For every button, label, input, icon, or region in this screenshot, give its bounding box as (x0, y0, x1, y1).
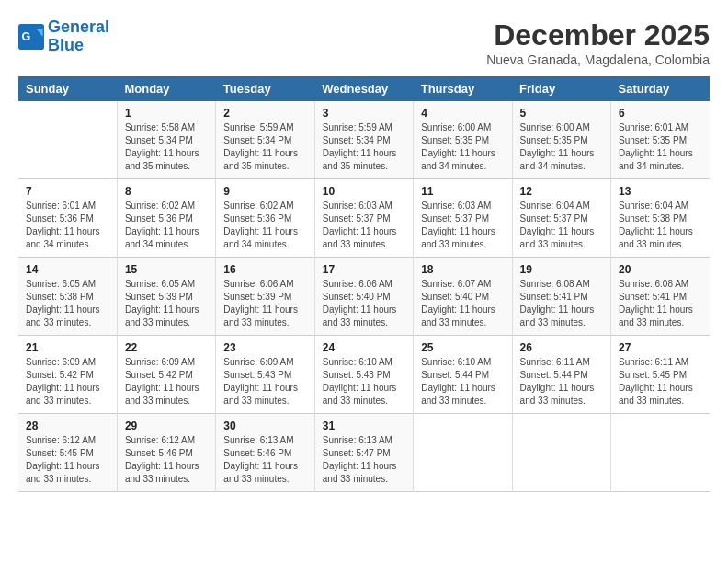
calendar-cell (414, 414, 512, 492)
day-info: Sunrise: 6:09 AMSunset: 5:42 PMDaylight:… (125, 356, 208, 408)
day-info: Sunrise: 5:59 AMSunset: 5:34 PMDaylight:… (223, 121, 306, 173)
calendar-cell (611, 414, 710, 492)
day-info: Sunrise: 6:00 AMSunset: 5:35 PMDaylight:… (520, 121, 603, 173)
calendar-cell: 23Sunrise: 6:09 AMSunset: 5:43 PMDayligh… (216, 336, 314, 414)
logo-line1: General (48, 17, 109, 36)
day-info: Sunrise: 6:09 AMSunset: 5:43 PMDaylight:… (223, 356, 306, 408)
day-number: 8 (125, 185, 208, 198)
day-number: 25 (421, 341, 504, 354)
calendar-cell: 9Sunrise: 6:02 AMSunset: 5:36 PMDaylight… (216, 179, 314, 258)
day-info: Sunrise: 6:11 AMSunset: 5:44 PMDaylight:… (520, 356, 603, 408)
calendar-cell: 13Sunrise: 6:04 AMSunset: 5:38 PMDayligh… (611, 179, 710, 258)
day-info: Sunrise: 6:07 AMSunset: 5:40 PMDaylight:… (421, 278, 504, 329)
day-number: 27 (619, 341, 702, 354)
day-number: 20 (619, 263, 702, 276)
page-header: G General Blue December 2025 Nueva Grana… (18, 18, 710, 67)
calendar-cell: 21Sunrise: 6:09 AMSunset: 5:42 PMDayligh… (18, 336, 117, 414)
title-block: December 2025 Nueva Granada, Magdalena, … (486, 18, 710, 67)
logo-text: General Blue (48, 18, 109, 55)
calendar-cell: 27Sunrise: 6:11 AMSunset: 5:45 PMDayligh… (611, 336, 710, 414)
day-number: 14 (26, 263, 109, 276)
day-info: Sunrise: 6:08 AMSunset: 5:41 PMDaylight:… (520, 278, 603, 329)
calendar-week-3: 14Sunrise: 6:05 AMSunset: 5:38 PMDayligh… (18, 258, 710, 336)
day-info: Sunrise: 5:58 AMSunset: 5:34 PMDaylight:… (125, 121, 208, 173)
day-info: Sunrise: 6:06 AMSunset: 5:39 PMDaylight:… (223, 278, 306, 329)
day-number: 2 (223, 107, 306, 120)
calendar-cell: 26Sunrise: 6:11 AMSunset: 5:44 PMDayligh… (512, 336, 610, 414)
day-info: Sunrise: 6:06 AMSunset: 5:40 PMDaylight:… (323, 278, 405, 329)
day-number: 21 (26, 341, 109, 354)
day-number: 5 (520, 107, 603, 120)
day-number: 6 (619, 107, 702, 120)
calendar-table: SundayMondayTuesdayWednesdayThursdayFrid… (18, 76, 710, 492)
day-number: 30 (223, 419, 306, 432)
calendar-cell: 15Sunrise: 6:05 AMSunset: 5:39 PMDayligh… (117, 258, 215, 336)
day-number: 9 (223, 185, 306, 198)
day-info: Sunrise: 6:00 AMSunset: 5:35 PMDaylight:… (421, 121, 504, 173)
day-info: Sunrise: 6:08 AMSunset: 5:41 PMDaylight:… (619, 278, 702, 329)
day-number: 10 (323, 185, 405, 198)
calendar-cell: 17Sunrise: 6:06 AMSunset: 5:40 PMDayligh… (314, 258, 413, 336)
weekday-header-friday: Friday (512, 76, 610, 101)
weekday-header-monday: Monday (117, 76, 215, 101)
calendar-cell: 10Sunrise: 6:03 AMSunset: 5:37 PMDayligh… (314, 179, 413, 258)
day-info: Sunrise: 6:13 AMSunset: 5:47 PMDaylight:… (323, 434, 405, 486)
day-info: Sunrise: 6:01 AMSunset: 5:35 PMDaylight:… (619, 121, 702, 173)
day-number: 3 (323, 107, 405, 120)
day-info: Sunrise: 6:12 AMSunset: 5:45 PMDaylight:… (26, 434, 109, 486)
calendar-cell: 7Sunrise: 6:01 AMSunset: 5:36 PMDaylight… (18, 179, 117, 258)
day-info: Sunrise: 6:03 AMSunset: 5:37 PMDaylight:… (323, 200, 405, 251)
calendar-cell: 3Sunrise: 5:59 AMSunset: 5:34 PMDaylight… (314, 101, 413, 179)
day-number: 19 (520, 263, 603, 276)
day-info: Sunrise: 6:12 AMSunset: 5:46 PMDaylight:… (125, 434, 208, 486)
day-info: Sunrise: 6:03 AMSunset: 5:37 PMDaylight:… (421, 200, 504, 251)
calendar-cell: 29Sunrise: 6:12 AMSunset: 5:46 PMDayligh… (117, 414, 215, 492)
day-info: Sunrise: 6:02 AMSunset: 5:36 PMDaylight:… (125, 200, 208, 251)
day-info: Sunrise: 6:04 AMSunset: 5:38 PMDaylight:… (619, 200, 702, 251)
logo-line2: Blue (48, 37, 109, 55)
day-info: Sunrise: 6:13 AMSunset: 5:46 PMDaylight:… (223, 434, 306, 486)
calendar-week-5: 28Sunrise: 6:12 AMSunset: 5:45 PMDayligh… (18, 414, 710, 492)
day-info: Sunrise: 5:59 AMSunset: 5:34 PMDaylight:… (323, 121, 405, 173)
calendar-cell (512, 414, 610, 492)
day-number: 29 (125, 419, 208, 432)
day-number: 13 (619, 185, 702, 198)
weekday-header-row: SundayMondayTuesdayWednesdayThursdayFrid… (18, 76, 710, 101)
weekday-header-thursday: Thursday (414, 76, 512, 101)
calendar-week-2: 7Sunrise: 6:01 AMSunset: 5:36 PMDaylight… (18, 179, 710, 258)
calendar-header: SundayMondayTuesdayWednesdayThursdayFrid… (18, 76, 710, 101)
day-number: 7 (26, 185, 109, 198)
calendar-cell: 19Sunrise: 6:08 AMSunset: 5:41 PMDayligh… (512, 258, 610, 336)
month-title: December 2025 (486, 18, 710, 52)
calendar-cell: 16Sunrise: 6:06 AMSunset: 5:39 PMDayligh… (216, 258, 314, 336)
weekday-header-saturday: Saturday (611, 76, 710, 101)
day-info: Sunrise: 6:11 AMSunset: 5:45 PMDaylight:… (619, 356, 702, 408)
calendar-cell: 20Sunrise: 6:08 AMSunset: 5:41 PMDayligh… (611, 258, 710, 336)
day-info: Sunrise: 6:01 AMSunset: 5:36 PMDaylight:… (26, 200, 109, 251)
day-number: 17 (323, 263, 405, 276)
weekday-header-sunday: Sunday (18, 76, 117, 101)
calendar-cell: 18Sunrise: 6:07 AMSunset: 5:40 PMDayligh… (414, 258, 512, 336)
calendar-cell: 28Sunrise: 6:12 AMSunset: 5:45 PMDayligh… (18, 414, 117, 492)
calendar-body: 1Sunrise: 5:58 AMSunset: 5:34 PMDaylight… (18, 101, 710, 492)
svg-text:G: G (22, 30, 31, 43)
day-number: 1 (125, 107, 208, 120)
day-number: 11 (421, 185, 504, 198)
logo-icon: G (18, 24, 44, 50)
day-number: 26 (520, 341, 603, 354)
calendar-cell: 22Sunrise: 6:09 AMSunset: 5:42 PMDayligh… (117, 336, 215, 414)
calendar-week-1: 1Sunrise: 5:58 AMSunset: 5:34 PMDaylight… (18, 101, 710, 179)
day-info: Sunrise: 6:04 AMSunset: 5:37 PMDaylight:… (520, 200, 603, 251)
day-number: 31 (323, 419, 405, 432)
day-info: Sunrise: 6:10 AMSunset: 5:44 PMDaylight:… (421, 356, 504, 408)
calendar-cell: 4Sunrise: 6:00 AMSunset: 5:35 PMDaylight… (414, 101, 512, 179)
day-info: Sunrise: 6:02 AMSunset: 5:36 PMDaylight:… (223, 200, 306, 251)
calendar-cell: 31Sunrise: 6:13 AMSunset: 5:47 PMDayligh… (314, 414, 413, 492)
day-number: 18 (421, 263, 504, 276)
day-number: 28 (26, 419, 109, 432)
day-number: 24 (323, 341, 405, 354)
calendar-cell: 2Sunrise: 5:59 AMSunset: 5:34 PMDaylight… (216, 101, 314, 179)
calendar-cell (18, 101, 117, 179)
calendar-cell: 30Sunrise: 6:13 AMSunset: 5:46 PMDayligh… (216, 414, 314, 492)
day-info: Sunrise: 6:10 AMSunset: 5:43 PMDaylight:… (323, 356, 405, 408)
